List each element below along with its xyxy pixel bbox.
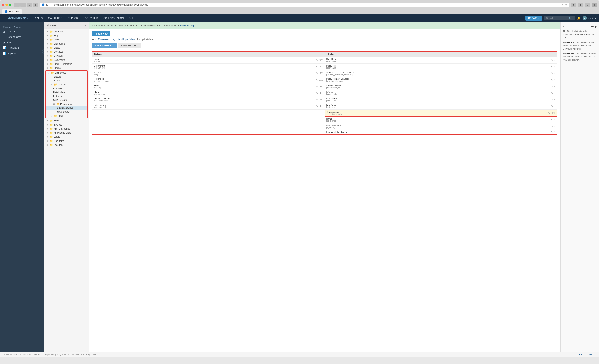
module-emails[interactable]: ⊞ 📁 Emails [44,66,88,70]
popup-view-tab[interactable]: Popup View [92,31,110,36]
module-campaigns[interactable]: ⊞ 📁 Campaigns [44,42,88,46]
nav-collaboration[interactable]: COLLABORATION [101,14,126,22]
info-button[interactable]: ℹ [33,3,38,7]
module-email-templates[interactable]: ⊞ 📁 Email - Templates [44,62,88,66]
breadcrumb-popup-view[interactable]: Popup View [122,38,135,41]
edit-field-icon[interactable]: ✎ [551,105,553,107]
modules-collapse-button[interactable]: ‹ [85,24,86,27]
field-row-reports-to[interactable]: Reports To [reports_to_name] ✎ 15 % [92,77,325,83]
module-list-view[interactable]: List View [45,94,88,98]
field-row-title[interactable]: Job Title [title] ✎ 15 % [92,70,325,77]
edit-field-icon[interactable]: ✎ [316,59,318,61]
edit-field-icon[interactable]: ✎ [551,119,553,121]
module-contacts[interactable]: ⊞ 📁 Contacts [44,50,88,54]
field-row-auth-id[interactable]: Authentication Id [authenticate_id] ✎ % [325,83,557,90]
field-row-is-admin[interactable]: Is Administrator [is_admin] ✎ % [325,123,557,130]
reader-button[interactable]: ⊡ [27,3,32,7]
field-row-pwd-last-changed[interactable]: Password Last Changed [pwd_last_changed]… [325,77,557,83]
module-edit-view[interactable]: Edit View [45,86,88,90]
module-documents[interactable]: ⊞ 📁 Documents [44,58,88,62]
field-row-password[interactable]: Password [user_hash] ✎ % [325,64,557,70]
bell-icon[interactable]: 🔔 [577,16,581,20]
module-locations[interactable]: ⊞ 📁 Locations [44,143,88,147]
edit-field-icon[interactable]: ✎ [551,131,553,133]
url-input[interactable] [54,3,560,6]
module-knowledge-base[interactable]: ⊞ 📁 Knowledge Base [44,131,88,135]
field-row-phone[interactable]: Phone [phone_work] ✎ 10 % [92,90,325,96]
user-area[interactable]: A admin ▾ [583,16,596,20]
edit-field-icon[interactable]: ✎ [316,105,318,107]
module-quick-create[interactable]: Quick Create [45,98,88,102]
module-accounts[interactable]: ⊞ 📁 Accounts [44,29,88,34]
search-input[interactable] [546,17,567,19]
sidebar-item-324235[interactable]: ▦ 324235 ✎ [0,29,44,34]
breadcrumb-layouts[interactable]: Layouts [112,38,120,41]
minimize-button[interactable] [5,4,8,6]
module-detail-view[interactable]: Detail View [45,90,88,94]
field-row-email[interactable]: Email [email1] ✎ 15 % [92,83,325,90]
close-button[interactable] [2,4,4,6]
sidebar-item-schet[interactable]: ▣ Счет ✎ [0,40,44,45]
edit-field-icon[interactable]: ✎ [316,72,318,75]
field-row-department[interactable]: Department [department] ✎ 10 % [92,64,325,70]
module-cases[interactable]: ⊞ 📁 Cases [44,46,88,50]
back-arrow-icon[interactable]: ◀ [92,38,94,41]
module-fields[interactable]: Fields [45,79,88,83]
edit-field-icon[interactable]: ✎ [551,85,553,88]
home-icon[interactable]: ⌂ [3,16,5,20]
edit-field-icon[interactable]: ✎ [316,98,318,101]
nav-sales[interactable]: SALES [32,14,45,22]
reload-icon[interactable]: ↻ [562,3,564,6]
search-box[interactable]: 🔍 [544,16,575,20]
nav-all[interactable]: ALL [126,14,136,22]
breadcrumb-employees[interactable]: Employees [98,38,109,41]
field-row-full-name[interactable]: Name [full_name] ✎ % [325,117,557,123]
edit-field-icon[interactable]: ✎ [551,59,553,61]
module-layouts[interactable]: ⊟ 📂 Layouts [45,83,88,86]
nav-support[interactable]: SUPPORT [65,14,82,22]
create-button[interactable]: CREATE ▾ [526,16,542,21]
field-row-username[interactable]: User Name [user_name] ✎ % [325,57,557,64]
edit-field-icon[interactable]: ✎ [316,92,318,94]
edit-field-icon[interactable]: ✎ [316,85,318,88]
module-popup-view[interactable]: ⊟ 📂 Popup View [45,102,88,106]
module-filter[interactable]: ⊞ 📁 Filter [45,114,88,118]
field-row-is-user[interactable]: Is User [sugar_login] ✎ % [325,90,557,96]
edit-field-icon[interactable]: ✎ [551,66,553,68]
new-tab-button[interactable]: + [592,3,597,7]
tabs-icon[interactable]: ⊡ [585,3,590,7]
field-row-employee-status[interactable]: Employee Status [employee_status] ✎ 10 % [92,96,325,103]
edit-field-icon[interactable]: ✎ [551,79,553,81]
field-row-last-name[interactable]: Last Name [last_name] ✎ % [325,103,557,110]
download-icon[interactable]: ⬇ [571,3,576,7]
active-tab[interactable]: 🔵 SuiteCRM [2,9,22,14]
module-labels[interactable]: Labels [45,75,88,79]
forward-button[interactable]: › [20,3,26,7]
module-kb-categories[interactable]: ⊞ 📁 KB - Categories [44,127,88,131]
field-row-status-online[interactable]: Status online [text_status_online_c] ✎ 1… [325,110,557,117]
module-events[interactable]: ⊞ 📁 Events [44,119,88,123]
edit-field-icon[interactable]: ✎ [316,66,318,68]
module-invoices[interactable]: ⊞ 📁 Invoices [44,123,88,127]
home-breadcrumb-icon[interactable]: ⌂ [94,38,96,41]
field-row-first-name[interactable]: First Name [first_name] ✎ % [325,96,557,103]
email-settings-link[interactable]: Email Settings [180,24,195,27]
field-row-sys-gen-pwd[interactable]: System Generated Password [system_genera… [325,70,557,77]
sidebar-item-igrushka1[interactable]: 📊 Игрушка 1 ✎ [0,45,44,51]
edit-field-icon[interactable]: ✎ [316,79,318,81]
module-popup-search[interactable]: Popup Search [45,110,88,114]
module-contracts[interactable]: ⊞ 📁 Contracts [44,54,88,58]
sidebar-item-igrushka[interactable]: 📊 Игрушка ✎ [0,51,44,56]
field-row-name[interactable]: Name [name] ✎ 20 % [92,57,325,64]
back-to-top-link[interactable]: BACK TO TOP ▲ [579,353,596,356]
field-row-date-entered[interactable]: Date Entered [date_entered] ✎ 10 % [92,103,325,110]
view-history-button[interactable]: VIEW HISTORY [118,43,141,48]
module-calls[interactable]: ⊞ 📁 Calls [44,38,88,42]
module-popup-listview[interactable]: Popup ListView [45,106,88,110]
edit-field-icon[interactable]: ✎ [551,92,553,94]
maximize-button[interactable] [9,4,11,6]
field-row-ext-auth[interactable]: External Authentication ✎ % [325,130,557,134]
edit-field-icon[interactable]: ✎ [551,98,553,101]
help-collapse-arrow[interactable]: › [563,25,564,28]
module-leads[interactable]: ⊞ 📁 Leads [44,135,88,139]
